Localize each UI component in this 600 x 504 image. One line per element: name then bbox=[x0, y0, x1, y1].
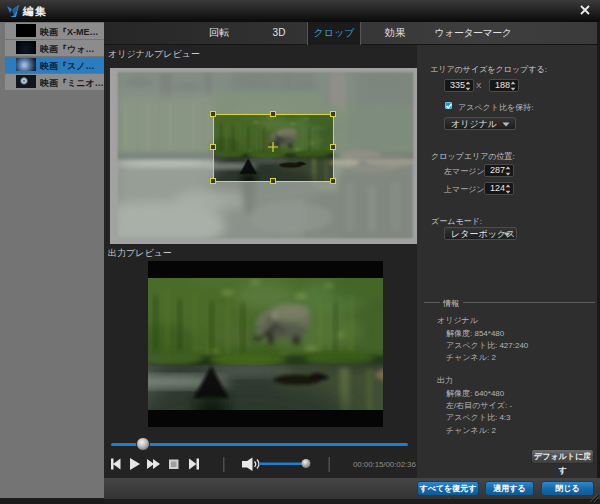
svg-text:00:00:15/00:02:36: 00:00:15/00:02:36 bbox=[353, 460, 416, 469]
